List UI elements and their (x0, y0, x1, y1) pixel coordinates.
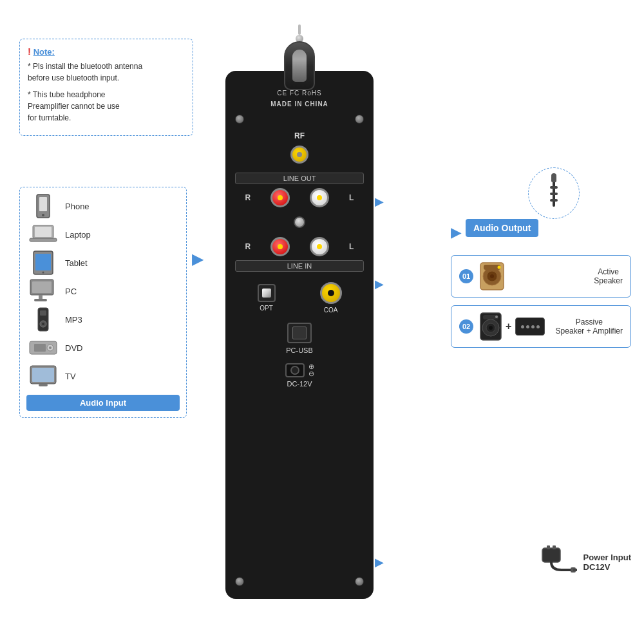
phone-label: Phone (65, 202, 90, 211)
output-num-01: 01 (459, 269, 473, 283)
ground-symbol: ⊕ ⊖ (308, 363, 314, 377)
device-panel: CE FC RoHS MADE IN CHINA RF LINE OUT R L… (225, 71, 374, 599)
pc-label: PC (65, 287, 77, 296)
usb-section: PC-USB (286, 321, 313, 354)
dc-row: ⊕ ⊖ (285, 363, 314, 377)
svg-rect-22 (32, 368, 54, 382)
note-line2: * This tube headphone Preamplifier canno… (28, 89, 185, 124)
rf-arrow: ▶ (375, 194, 384, 209)
svg-rect-42 (542, 548, 560, 562)
svg-rect-14 (40, 310, 46, 316)
opt-section: OPT (258, 284, 276, 312)
rf-section: RF (235, 131, 364, 166)
passive-amplifier-text: PassiveSpeaker + Amplifier (556, 317, 623, 336)
power-input-label: Power Input (583, 553, 631, 562)
svg-point-26 (551, 173, 556, 178)
audio-input-label: Audio Input (26, 395, 180, 411)
svg-point-33 (490, 274, 494, 278)
active-speaker-icon (480, 262, 504, 290)
output-item-02: 02 + PassiveSpeaker + (451, 305, 631, 348)
line-out-l-label: L (349, 193, 354, 202)
list-item: TV (26, 364, 180, 388)
audio-output-section: ▶ Audio Output 01 ActiveSpeaker 02 (451, 219, 631, 355)
svg-rect-4 (35, 227, 52, 237)
input-arrow: ▶ (192, 251, 203, 268)
amp-dot (531, 325, 535, 328)
power-adapter-icon (536, 544, 577, 580)
output-item-01: 01 ActiveSpeaker (451, 255, 631, 298)
list-item: Laptop (26, 222, 180, 247)
passive-speaker-icon (480, 312, 502, 341)
note-word: Note: (33, 47, 55, 57)
coa-label: COA (324, 307, 338, 314)
output-01-icons (480, 262, 587, 290)
amp-dot (526, 325, 529, 328)
list-item: PC (26, 279, 180, 303)
svg-rect-29 (550, 199, 558, 202)
opt-coa-row: OPT COA (235, 282, 364, 314)
antenna-icon (542, 173, 565, 214)
line-in-l-label: L (349, 242, 354, 251)
phone-icon (29, 195, 57, 217)
coa-connector (320, 282, 342, 304)
line-out-rca-row1: R L (235, 188, 364, 207)
svg-point-8 (43, 272, 44, 274)
tv-icon (29, 365, 57, 387)
exclaim-icon: ! (28, 46, 31, 57)
usb-inner (292, 327, 307, 339)
svg-rect-18 (34, 344, 46, 352)
rf-label: RF (294, 131, 305, 140)
screw-tr (355, 115, 364, 124)
dc-label: DC-12V (287, 380, 312, 388)
svg-rect-27 (550, 186, 558, 189)
line-in-label: LINE IN (235, 260, 364, 272)
line-in-section: R L LINE IN (235, 234, 364, 276)
opt-inner (262, 289, 271, 298)
rf-row (235, 146, 364, 164)
opt-label: OPT (260, 305, 273, 312)
laptop-icon (29, 223, 57, 245)
note-line1: * Pls install the bluetooth antenna befo… (28, 61, 185, 84)
antenna-circle-box (528, 167, 580, 219)
tube-assembly (284, 24, 315, 90)
tablet-label: Tablet (65, 258, 88, 268)
note-title: ! Note: (28, 46, 185, 57)
line-in-rca-row: R L (235, 237, 364, 256)
svg-rect-12 (34, 299, 47, 301)
dc-arrow: ▶ (375, 555, 384, 569)
line-out-label: LINE OUT (235, 173, 364, 184)
rf-connector (290, 146, 308, 164)
audio-output-header-row: ▶ Audio Output (451, 219, 631, 246)
svg-point-35 (498, 266, 501, 269)
svg-point-2 (42, 214, 44, 216)
tube-body (284, 41, 315, 90)
tablet-icon (29, 252, 57, 274)
power-input-text: Power Input DC12V (583, 553, 631, 572)
tv-label: TV (65, 372, 76, 381)
input-items-list: Phone Laptop Tablet (26, 194, 180, 388)
opt-connector (258, 284, 276, 302)
rca-red-in (270, 237, 290, 256)
power-voltage-label: DC12V (583, 562, 631, 572)
svg-point-41 (495, 316, 498, 318)
line-out-r-label: R (245, 193, 251, 202)
dvd-label: DVD (65, 343, 82, 353)
line-out-arrow: ▶ (375, 277, 384, 291)
mp3-icon (29, 308, 57, 330)
mp3-label: MP3 (65, 315, 82, 325)
antenna-rod (298, 24, 301, 35)
output-arrow: ▶ (451, 225, 460, 240)
output-num-02: 02 (459, 319, 473, 334)
screw-bl (235, 577, 244, 586)
usb-connector (287, 323, 312, 343)
top-screws (235, 115, 364, 124)
audio-input-box: Phone Laptop Tablet (19, 187, 187, 418)
list-item: DVD (26, 336, 180, 360)
svg-rect-44 (553, 545, 556, 549)
bottom-screws (235, 577, 364, 586)
screw-tl (235, 115, 244, 124)
usb-label: PC-USB (286, 346, 313, 354)
svg-rect-5 (30, 238, 57, 242)
svg-rect-43 (547, 545, 550, 549)
screw-br (355, 577, 364, 586)
